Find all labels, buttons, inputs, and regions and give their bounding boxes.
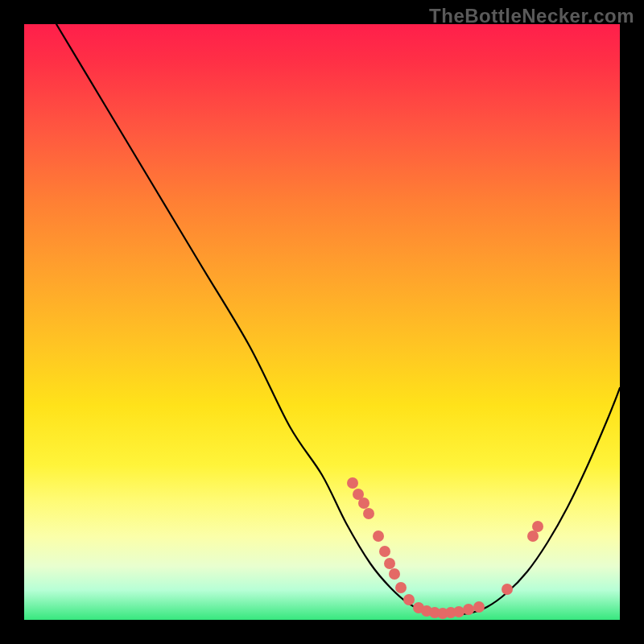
data-point [532,521,543,532]
data-point [502,584,513,595]
data-point [389,568,400,580]
plot-svg [24,24,620,620]
data-point [527,530,539,542]
data-point [347,477,358,489]
data-point [463,604,474,615]
data-point [363,508,374,519]
data-point [384,558,395,569]
data-point [373,530,384,542]
data-point [453,606,464,617]
data-point [473,601,485,613]
data-point [358,497,369,509]
chart-frame: TheBottleNecker.com [0,0,644,644]
data-point [395,582,407,593]
watermark-text: TheBottleNecker.com [429,5,634,27]
data-point [403,594,415,605]
data-point [379,546,390,557]
data-points-group [347,477,543,619]
